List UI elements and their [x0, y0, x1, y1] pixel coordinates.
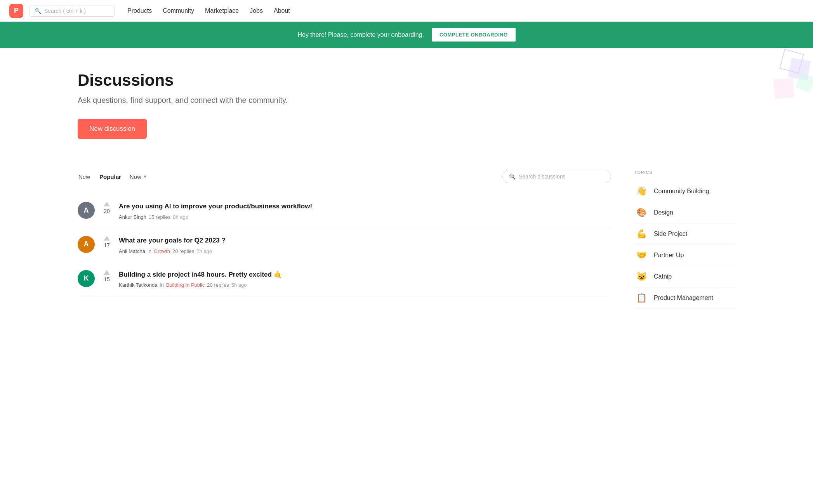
vote-section: 17 [101, 236, 113, 248]
onboarding-banner: Hey there! Please, complete your onboard… [0, 22, 813, 48]
nav-links: Products Community Marketplace Jobs Abou… [127, 7, 804, 14]
search-bar[interactable]: 🔍 Search ( ctrl + k ) [30, 5, 115, 17]
hero-section: Discussions Ask questions, find support,… [0, 48, 813, 154]
discussion-tag[interactable]: Building In Public [166, 282, 205, 288]
discussion-item: K 15 Building a side project in48 hours.… [78, 262, 611, 296]
discussion-tag-label: in [160, 282, 164, 288]
time-ago: 8h ago [173, 214, 188, 220]
replies-count: 15 replies [149, 214, 170, 220]
discussion-tag[interactable]: Growth [154, 248, 170, 254]
complete-onboarding-button[interactable]: COMPLETE ONBOARDING [432, 28, 516, 42]
sidebar: TOPICS 👋 Community Building 🎨 Design 💪 S… [634, 170, 735, 309]
discussions-search[interactable]: 🔍 Search discussions [502, 170, 611, 183]
replies-count: 20 replies [172, 248, 194, 254]
discussion-title[interactable]: Are you using AI to improve your product… [119, 202, 611, 211]
svg-marker-1 [788, 58, 811, 80]
page-title: Discussions [78, 71, 735, 90]
discussion-meta: Karthik Tatikonda in Building In Public … [119, 282, 611, 288]
nav-products[interactable]: Products [127, 7, 152, 14]
vote-section: 15 [101, 270, 113, 282]
time-ago: 7h ago [196, 248, 212, 254]
discussion-item: A 20 Are you using AI to improve your pr… [78, 194, 611, 228]
vote-section: 20 [101, 202, 113, 214]
topic-name: Side Project [654, 230, 687, 237]
discussion-title[interactable]: What are your goals for Q2 2023 ? [119, 236, 611, 245]
logo[interactable]: P [9, 4, 23, 18]
nav-about[interactable]: About [274, 7, 290, 14]
vote-count: 20 [104, 208, 110, 214]
vote-count: 17 [104, 242, 110, 248]
topics-label: TOPICS [634, 170, 735, 175]
discussion-meta: Ankur Singh 15 replies 8h ago [119, 214, 611, 220]
new-discussion-button[interactable]: New discussion [78, 119, 147, 139]
topic-emoji: 💪 [634, 229, 648, 239]
discussions-list: A 20 Are you using AI to improve your pr… [78, 194, 611, 296]
nav-marketplace[interactable]: Marketplace [205, 7, 239, 14]
topic-name: Design [654, 209, 673, 216]
chevron-down-icon: ▼ [143, 174, 147, 179]
banner-text: Hey there! Please, complete your onboard… [297, 31, 424, 38]
discussion-content: What are your goals for Q2 2023 ? Anil M… [119, 236, 611, 254]
navbar: P 🔍 Search ( ctrl + k ) Products Communi… [0, 0, 813, 22]
topic-emoji: 🎨 [634, 208, 648, 218]
time-ago: 5h ago [231, 282, 247, 288]
discussion-item: A 17 What are your goals for Q2 2023 ? A… [78, 228, 611, 262]
upvote-button[interactable] [104, 202, 110, 206]
topic-name: Product Management [654, 294, 713, 301]
discussion-title[interactable]: Building a side project in48 hours. Pret… [119, 270, 611, 279]
tab-popular[interactable]: Popular [99, 172, 122, 182]
svg-marker-3 [795, 73, 813, 92]
svg-marker-0 [780, 49, 803, 73]
avatar: A [78, 202, 95, 219]
discussion-meta: Anil Matcha in Growth 20 replies 7h ago [119, 248, 611, 254]
discussion-content: Building a side project in48 hours. Pret… [119, 270, 611, 288]
avatar: A [78, 236, 95, 253]
topic-item-catnip[interactable]: 😺 Catnip [634, 266, 735, 288]
search-placeholder: Search ( ctrl + k ) [44, 8, 86, 14]
topic-name: Partner Up [654, 252, 684, 259]
vote-count: 15 [104, 276, 110, 282]
main-content: New Popular Now ▼ 🔍 Search discussions A… [0, 154, 813, 324]
topic-emoji: 🤝 [634, 250, 648, 260]
topic-emoji: 📋 [634, 293, 648, 303]
discussion-author: Anil Matcha [119, 248, 145, 254]
discussion-author: Karthik Tatikonda [119, 282, 158, 288]
replies-count: 20 replies [207, 282, 229, 288]
topic-item-partner-up[interactable]: 🤝 Partner Up [634, 245, 735, 266]
avatar: K [78, 270, 95, 287]
topic-item-community-building[interactable]: 👋 Community Building [634, 181, 735, 202]
topic-item-design[interactable]: 🎨 Design [634, 202, 735, 223]
topic-name: Community Building [654, 188, 709, 195]
topic-item-product-management[interactable]: 📋 Product Management [634, 288, 735, 309]
discussion-tag-label: in [148, 248, 151, 254]
nav-jobs[interactable]: Jobs [250, 7, 263, 14]
upvote-button[interactable] [104, 236, 110, 241]
topics-list: 👋 Community Building 🎨 Design 💪 Side Pro… [634, 181, 735, 309]
topic-name: Catnip [654, 273, 672, 280]
hero-subtitle: Ask questions, find support, and connect… [78, 96, 735, 105]
tab-new[interactable]: New [78, 172, 91, 182]
discussion-content: Are you using AI to improve your product… [119, 202, 611, 220]
upvote-button[interactable] [104, 270, 110, 275]
filter-now-button[interactable]: Now ▼ [130, 173, 147, 180]
svg-marker-2 [773, 78, 794, 99]
topic-emoji: 😺 [634, 272, 648, 282]
discussions-panel: New Popular Now ▼ 🔍 Search discussions A… [78, 170, 611, 309]
discussions-toolbar: New Popular Now ▼ 🔍 Search discussions [78, 170, 611, 183]
discussion-author: Ankur Singh [119, 214, 146, 220]
search-icon: 🔍 [35, 8, 41, 14]
topic-emoji: 👋 [634, 186, 648, 196]
topic-item-side-project[interactable]: 💪 Side Project [634, 223, 735, 245]
search-icon: 🔍 [509, 173, 516, 180]
search-discussions-placeholder: Search discussions [519, 173, 566, 180]
nav-community[interactable]: Community [163, 7, 194, 14]
